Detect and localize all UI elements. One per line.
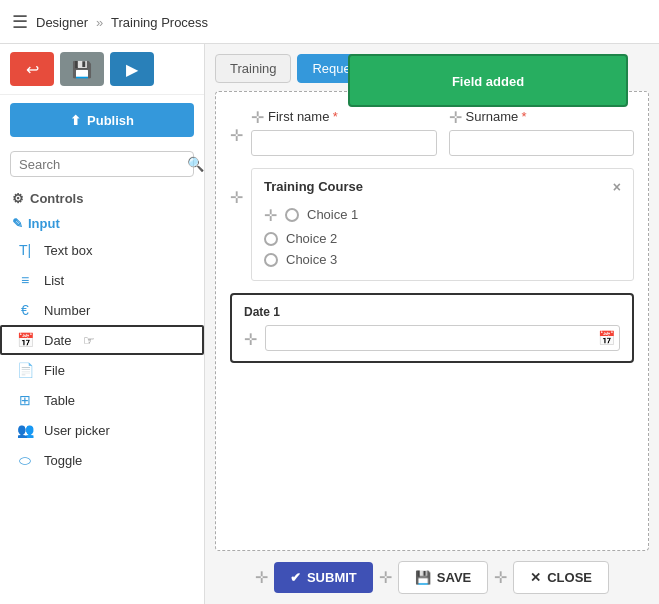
first-name-input[interactable] <box>251 130 437 156</box>
date-drag-handle[interactable]: ✛ <box>244 330 257 349</box>
file-icon: 📄 <box>16 362 34 378</box>
training-course-row: ✛ Training Course × ✛ Choice 1 <box>230 168 634 281</box>
controls-label: Controls <box>30 191 83 206</box>
breadcrumb-app: Designer <box>36 15 88 30</box>
input-section-label: ✎ Input <box>0 210 204 235</box>
choice-1-drag[interactable]: ✛ <box>264 206 277 225</box>
save-drag-handle[interactable]: ✛ <box>379 568 392 587</box>
sidebar-item-toggle[interactable]: ⬭ Toggle <box>0 445 204 476</box>
surname-required: * <box>522 109 527 124</box>
sidebar-item-toggle-label: Toggle <box>44 453 82 468</box>
choice-1-option[interactable]: ✛ Choice 1 <box>264 201 621 228</box>
sidebar-item-date-label: Date <box>44 333 71 348</box>
search-icon: 🔍 <box>187 156 204 172</box>
sidebar-item-number-label: Number <box>44 303 90 318</box>
form-footer: ✛ ✔ SUBMIT ✛ 💾 SAVE ✛ ✕ CLOSE <box>215 561 649 594</box>
sidebar-item-list[interactable]: ≡ List <box>0 265 204 295</box>
date-icon: 📅 <box>16 332 34 348</box>
choice-2-radio[interactable] <box>264 232 278 246</box>
cursor-icon: ☞ <box>83 333 95 348</box>
sidebar-item-table-label: Table <box>44 393 75 408</box>
controls-header: ⚙ Controls <box>0 183 204 210</box>
sidebar-toolbar: ↩ 💾 ▶ <box>0 44 204 95</box>
sidebar-item-table[interactable]: ⊞ Table <box>0 385 204 415</box>
training-course-drag-handle[interactable]: ✛ <box>230 188 243 207</box>
close-x-icon: ✕ <box>530 570 541 585</box>
training-course-field: Training Course × ✛ Choice 1 Choice 2 <box>251 168 634 281</box>
search-input[interactable] <box>19 157 187 172</box>
save-button[interactable]: 💾 <box>60 52 104 86</box>
date-field-row: ✛ 📅 <box>244 325 620 351</box>
training-course-header: Training Course × <box>264 179 621 195</box>
date-field-container: Date 1 ✛ 📅 <box>230 293 634 363</box>
controls-icon: ⚙ <box>12 191 24 206</box>
form-canvas: ✛ ✛ First name * <box>215 91 649 551</box>
first-name-field: ✛ First name * <box>251 106 437 156</box>
save-footer-button[interactable]: 💾 SAVE <box>398 561 488 594</box>
firstname-drag-handle[interactable]: ✛ <box>251 108 264 127</box>
row-drag-handle[interactable]: ✛ <box>230 126 243 145</box>
sidebar-item-date[interactable]: 📅 Date ☞ <box>0 325 204 355</box>
surname-input[interactable] <box>449 130 635 156</box>
edit-icon: ✎ <box>12 216 23 231</box>
sidebar: ↩ 💾 ▶ ⬆ Publish 🔍 ⚙ Controls ✎ Input <box>0 44 205 604</box>
sidebar-item-textbox[interactable]: T| Text box <box>0 235 204 265</box>
first-name-label: First name * <box>268 109 338 124</box>
sidebar-item-userpicker[interactable]: 👥 User picker <box>0 415 204 445</box>
top-bar: ☰ Designer » Training Process <box>0 0 659 44</box>
choice-1-label: Choice 1 <box>307 207 358 222</box>
breadcrumb-sep: » <box>96 15 103 30</box>
sidebar-item-list-label: List <box>44 273 64 288</box>
date-input-wrapper: 📅 <box>265 325 620 351</box>
surname-field: ✛ Surname * <box>449 106 635 156</box>
content-area: Field added Training Request ✏ + Add for… <box>205 44 659 604</box>
sidebar-item-textbox-label: Text box <box>44 243 92 258</box>
save-footer-label: SAVE <box>437 570 471 585</box>
choice-2-label: Choice 2 <box>286 231 337 246</box>
sidebar-item-number[interactable]: € Number <box>0 295 204 325</box>
close-button[interactable]: ✕ CLOSE <box>513 561 609 594</box>
submit-label: SUBMIT <box>307 570 357 585</box>
date-field-label: Date 1 <box>244 305 620 319</box>
publish-label: Publish <box>87 113 134 128</box>
name-fields-row: ✛ ✛ First name * <box>230 106 634 156</box>
surname-drag-handle[interactable]: ✛ <box>449 108 462 127</box>
publish-icon: ⬆ <box>70 113 81 128</box>
choice-2-option[interactable]: Choice 2 <box>264 228 621 249</box>
surname-label: Surname * <box>466 109 527 124</box>
number-icon: € <box>16 302 34 318</box>
close-label: CLOSE <box>547 570 592 585</box>
toggle-icon: ⬭ <box>16 452 34 469</box>
training-course-close[interactable]: × <box>613 179 621 195</box>
sidebar-item-file-label: File <box>44 363 65 378</box>
search-box: 🔍 <box>10 151 194 177</box>
breadcrumb: Designer » Training Process <box>36 14 208 30</box>
table-icon: ⊞ <box>16 392 34 408</box>
menu-icon[interactable]: ☰ <box>12 11 28 33</box>
notification-text: Field added <box>452 74 524 89</box>
choice-3-radio[interactable] <box>264 253 278 267</box>
sidebar-item-file[interactable]: 📄 File <box>0 355 204 385</box>
submit-button[interactable]: ✔ SUBMIT <box>274 562 373 593</box>
close-drag-handle[interactable]: ✛ <box>494 568 507 587</box>
list-icon: ≡ <box>16 272 34 288</box>
choice-1-radio[interactable] <box>285 208 299 222</box>
first-name-required: * <box>333 109 338 124</box>
calendar-icon[interactable]: 📅 <box>598 330 615 346</box>
date-input[interactable] <box>270 331 598 345</box>
choice-3-label: Choice 3 <box>286 252 337 267</box>
play-button[interactable]: ▶ <box>110 52 154 86</box>
submit-drag-handle[interactable]: ✛ <box>255 568 268 587</box>
breadcrumb-page: Training Process <box>111 15 208 30</box>
save-icon: 💾 <box>415 570 431 585</box>
notification-banner: Field added <box>348 54 628 107</box>
tab-training[interactable]: Training <box>215 54 291 83</box>
textbox-icon: T| <box>16 242 34 258</box>
publish-button[interactable]: ⬆ Publish <box>10 103 194 137</box>
userpicker-icon: 👥 <box>16 422 34 438</box>
back-button[interactable]: ↩ <box>10 52 54 86</box>
choice-3-option[interactable]: Choice 3 <box>264 249 621 270</box>
checkmark-icon: ✔ <box>290 570 301 585</box>
sidebar-item-userpicker-label: User picker <box>44 423 110 438</box>
